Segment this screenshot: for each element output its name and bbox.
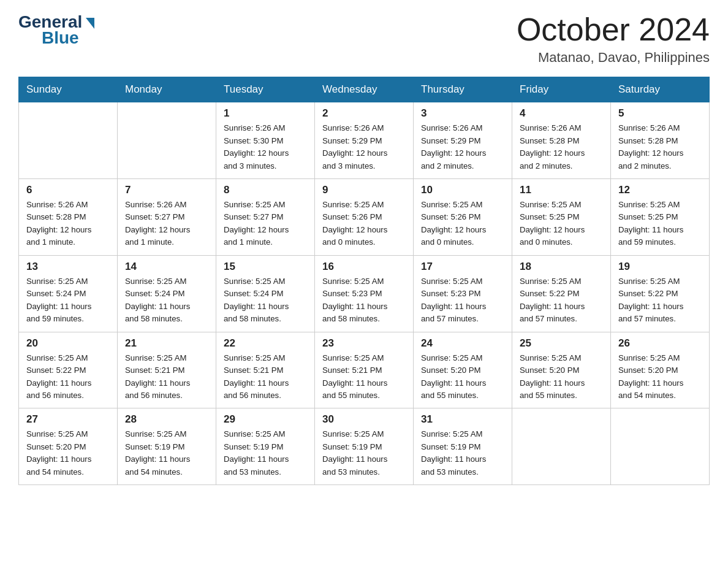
calendar-cell: 13Sunrise: 5:25 AM Sunset: 5:24 PM Dayli…: [19, 255, 118, 332]
calendar-cell: 22Sunrise: 5:25 AM Sunset: 5:21 PM Dayli…: [216, 332, 315, 408]
day-info: Sunrise: 5:26 AM Sunset: 5:28 PM Dayligh…: [26, 199, 111, 249]
calendar-week-row-1: 1Sunrise: 5:26 AM Sunset: 5:30 PM Daylig…: [19, 102, 710, 179]
day-info: Sunrise: 5:25 AM Sunset: 5:19 PM Dayligh…: [322, 428, 407, 478]
calendar-cell: 6Sunrise: 5:26 AM Sunset: 5:28 PM Daylig…: [19, 179, 118, 256]
calendar-cell: 20Sunrise: 5:25 AM Sunset: 5:22 PM Dayli…: [19, 332, 118, 408]
day-info: Sunrise: 5:25 AM Sunset: 5:23 PM Dayligh…: [421, 275, 506, 326]
day-number: 8: [224, 184, 308, 196]
day-number: 3: [421, 107, 506, 120]
day-info: Sunrise: 5:25 AM Sunset: 5:24 PM Dayligh…: [125, 275, 210, 326]
calendar-cell: [118, 102, 216, 179]
calendar-cell: 14Sunrise: 5:25 AM Sunset: 5:24 PM Dayli…: [118, 255, 216, 332]
day-info: Sunrise: 5:25 AM Sunset: 5:24 PM Dayligh…: [26, 275, 111, 326]
day-info: Sunrise: 5:25 AM Sunset: 5:21 PM Dayligh…: [125, 352, 210, 402]
calendar-cell: [611, 408, 710, 485]
calendar-cell: 30Sunrise: 5:25 AM Sunset: 5:19 PM Dayli…: [315, 408, 414, 485]
day-info: Sunrise: 5:26 AM Sunset: 5:28 PM Dayligh…: [618, 122, 703, 172]
weekday-header-friday: Friday: [512, 77, 611, 102]
day-number: 10: [421, 184, 506, 196]
logo-area: General Blue: [18, 12, 94, 48]
day-number: 1: [224, 107, 308, 120]
month-title: October 2024: [517, 12, 710, 47]
calendar-cell: [512, 408, 611, 485]
weekday-header-saturday: Saturday: [611, 77, 710, 102]
day-info: Sunrise: 5:25 AM Sunset: 5:19 PM Dayligh…: [224, 428, 308, 478]
calendar-cell: 17Sunrise: 5:25 AM Sunset: 5:23 PM Dayli…: [414, 255, 512, 332]
day-info: Sunrise: 5:25 AM Sunset: 5:22 PM Dayligh…: [618, 275, 703, 326]
day-number: 4: [520, 107, 604, 120]
day-number: 23: [322, 337, 407, 350]
day-number: 26: [618, 337, 703, 350]
day-number: 21: [125, 337, 210, 350]
day-number: 29: [224, 413, 308, 426]
day-number: 7: [125, 184, 210, 196]
calendar-cell: 27Sunrise: 5:25 AM Sunset: 5:20 PM Dayli…: [19, 408, 118, 485]
page-header: General Blue October 2024 Matanao, Davao…: [18, 12, 710, 66]
weekday-header-sunday: Sunday: [19, 77, 118, 102]
calendar-cell: 31Sunrise: 5:25 AM Sunset: 5:19 PM Dayli…: [414, 408, 512, 485]
day-number: 9: [322, 184, 407, 196]
day-info: Sunrise: 5:26 AM Sunset: 5:29 PM Dayligh…: [421, 122, 506, 172]
day-info: Sunrise: 5:25 AM Sunset: 5:19 PM Dayligh…: [421, 428, 506, 478]
day-info: Sunrise: 5:25 AM Sunset: 5:19 PM Dayligh…: [125, 428, 210, 478]
day-number: 31: [421, 413, 506, 426]
calendar-week-row-3: 13Sunrise: 5:25 AM Sunset: 5:24 PM Dayli…: [19, 255, 710, 332]
day-number: 16: [322, 261, 407, 273]
logo-arrow-icon: [86, 18, 94, 29]
day-number: 20: [26, 337, 111, 350]
day-info: Sunrise: 5:25 AM Sunset: 5:20 PM Dayligh…: [618, 352, 703, 402]
day-info: Sunrise: 5:26 AM Sunset: 5:29 PM Dayligh…: [322, 122, 407, 172]
day-info: Sunrise: 5:25 AM Sunset: 5:24 PM Dayligh…: [224, 275, 308, 326]
day-number: 17: [421, 261, 506, 273]
day-info: Sunrise: 5:26 AM Sunset: 5:30 PM Dayligh…: [224, 122, 308, 172]
day-info: Sunrise: 5:25 AM Sunset: 5:22 PM Dayligh…: [520, 275, 604, 326]
day-info: Sunrise: 5:25 AM Sunset: 5:25 PM Dayligh…: [520, 199, 604, 249]
calendar-cell: 21Sunrise: 5:25 AM Sunset: 5:21 PM Dayli…: [118, 332, 216, 408]
calendar-cell: 18Sunrise: 5:25 AM Sunset: 5:22 PM Dayli…: [512, 255, 611, 332]
calendar-cell: 2Sunrise: 5:26 AM Sunset: 5:29 PM Daylig…: [315, 102, 414, 179]
day-number: 5: [618, 107, 703, 120]
day-number: 24: [421, 337, 506, 350]
calendar-cell: 11Sunrise: 5:25 AM Sunset: 5:25 PM Dayli…: [512, 179, 611, 256]
day-number: 15: [224, 261, 308, 273]
calendar-cell: [19, 102, 118, 179]
day-number: 28: [125, 413, 210, 426]
calendar-cell: 7Sunrise: 5:26 AM Sunset: 5:27 PM Daylig…: [118, 179, 216, 256]
calendar-cell: 15Sunrise: 5:25 AM Sunset: 5:24 PM Dayli…: [216, 255, 315, 332]
day-info: Sunrise: 5:25 AM Sunset: 5:26 PM Dayligh…: [421, 199, 506, 249]
weekday-header-tuesday: Tuesday: [216, 77, 315, 102]
day-number: 18: [520, 261, 604, 273]
day-number: 13: [26, 261, 111, 273]
calendar-cell: 1Sunrise: 5:26 AM Sunset: 5:30 PM Daylig…: [216, 102, 315, 179]
day-number: 6: [26, 184, 111, 196]
calendar-week-row-5: 27Sunrise: 5:25 AM Sunset: 5:20 PM Dayli…: [19, 408, 710, 485]
calendar-cell: 28Sunrise: 5:25 AM Sunset: 5:19 PM Dayli…: [118, 408, 216, 485]
calendar-cell: 3Sunrise: 5:26 AM Sunset: 5:29 PM Daylig…: [414, 102, 512, 179]
day-info: Sunrise: 5:25 AM Sunset: 5:20 PM Dayligh…: [421, 352, 506, 402]
calendar-cell: 19Sunrise: 5:25 AM Sunset: 5:22 PM Dayli…: [611, 255, 710, 332]
day-number: 19: [618, 261, 703, 273]
day-number: 11: [520, 184, 604, 196]
calendar-cell: 10Sunrise: 5:25 AM Sunset: 5:26 PM Dayli…: [414, 179, 512, 256]
day-number: 30: [322, 413, 407, 426]
calendar-cell: 8Sunrise: 5:25 AM Sunset: 5:27 PM Daylig…: [216, 179, 315, 256]
weekday-header-thursday: Thursday: [414, 77, 512, 102]
day-number: 25: [520, 337, 604, 350]
day-info: Sunrise: 5:25 AM Sunset: 5:23 PM Dayligh…: [322, 275, 407, 326]
calendar-week-row-2: 6Sunrise: 5:26 AM Sunset: 5:28 PM Daylig…: [19, 179, 710, 256]
calendar-cell: 25Sunrise: 5:25 AM Sunset: 5:20 PM Dayli…: [512, 332, 611, 408]
calendar-cell: 29Sunrise: 5:25 AM Sunset: 5:19 PM Dayli…: [216, 408, 315, 485]
day-number: 2: [322, 107, 407, 120]
day-info: Sunrise: 5:25 AM Sunset: 5:27 PM Dayligh…: [224, 199, 308, 249]
calendar-cell: 16Sunrise: 5:25 AM Sunset: 5:23 PM Dayli…: [315, 255, 414, 332]
calendar-cell: 9Sunrise: 5:25 AM Sunset: 5:26 PM Daylig…: [315, 179, 414, 256]
calendar-cell: 23Sunrise: 5:25 AM Sunset: 5:21 PM Dayli…: [315, 332, 414, 408]
day-number: 12: [618, 184, 703, 196]
day-info: Sunrise: 5:25 AM Sunset: 5:20 PM Dayligh…: [520, 352, 604, 402]
location-title: Matanao, Davao, Philippines: [517, 50, 710, 66]
day-info: Sunrise: 5:25 AM Sunset: 5:21 PM Dayligh…: [322, 352, 407, 402]
weekday-header-row: SundayMondayTuesdayWednesdayThursdayFrid…: [19, 77, 710, 102]
title-area: October 2024 Matanao, Davao, Philippines: [517, 12, 710, 66]
weekday-header-monday: Monday: [118, 77, 216, 102]
weekday-header-wednesday: Wednesday: [315, 77, 414, 102]
